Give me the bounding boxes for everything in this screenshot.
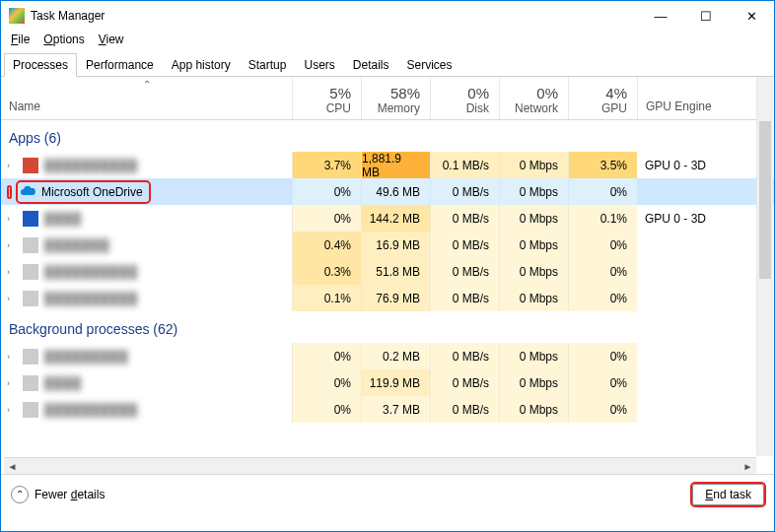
cell-memory: 49.6 MB: [361, 178, 430, 205]
tab-users[interactable]: Users: [295, 53, 343, 77]
col-cpu[interactable]: 5% CPU: [292, 77, 361, 119]
cell-gpu-engine: [637, 369, 774, 396]
tab-startup[interactable]: Startup: [240, 53, 296, 77]
process-name-redacted: ███████: [44, 238, 110, 252]
app-icon: [9, 8, 25, 24]
expand-icon[interactable]: ›: [7, 185, 12, 199]
app-icon: [23, 375, 38, 391]
cell-gpu: 0%: [568, 232, 637, 258]
process-row[interactable]: › ████ 0% 119.9 MB 0 MB/s 0 Mbps 0%: [1, 369, 774, 396]
process-row[interactable]: › Microsoft OneDrive 0% 49.6 MB 0 MB/s 0…: [1, 178, 774, 205]
chevron-up-icon: ⌃: [11, 486, 29, 503]
cell-gpu-engine: [637, 343, 774, 369]
col-gpu-engine[interactable]: GPU Engine: [637, 77, 774, 119]
cell-disk: 0 MB/s: [430, 343, 499, 369]
cell-memory: 119.9 MB: [361, 369, 430, 396]
cell-network: 0 Mbps: [499, 152, 568, 178]
process-row[interactable]: › ██████████ 0% 3.7 MB 0 MB/s 0 Mbps 0%: [1, 396, 774, 423]
process-row[interactable]: › ████ 0% 144.2 MB 0 MB/s 0 Mbps 0.1% GP…: [1, 205, 774, 232]
minimize-button[interactable]: —: [638, 1, 683, 31]
expand-icon[interactable]: ›: [7, 214, 17, 224]
network-usage-pct: 0%: [536, 85, 558, 101]
col-cpu-label: CPU: [326, 101, 351, 115]
tab-services[interactable]: Services: [398, 53, 461, 77]
vertical-scrollbar[interactable]: [756, 77, 773, 456]
cell-cpu: 0.4%: [292, 232, 361, 258]
expand-icon[interactable]: ›: [7, 240, 17, 250]
scroll-right-icon[interactable]: ►: [740, 461, 756, 472]
cell-memory: 0.2 MB: [361, 343, 430, 369]
process-row[interactable]: › ██████████ 0.3% 51.8 MB 0 MB/s 0 Mbps …: [1, 258, 774, 285]
expand-icon[interactable]: ›: [7, 352, 17, 362]
process-name-redacted: █████████: [44, 350, 129, 364]
menu-view[interactable]: View: [99, 33, 124, 46]
title-bar: Task Manager — ☐ ✕: [1, 1, 774, 31]
menu-options[interactable]: Options: [43, 33, 84, 46]
app-icon: [23, 349, 38, 365]
app-icon: [23, 402, 38, 418]
expand-icon[interactable]: ›: [7, 294, 17, 303]
fewer-details-button[interactable]: ⌃ Fewer details: [11, 486, 105, 503]
category-apps[interactable]: Apps (6): [1, 120, 774, 152]
process-row[interactable]: › ███████ 0.4% 16.9 MB 0 MB/s 0 Mbps 0%: [1, 232, 774, 258]
cell-gpu-engine: GPU 0 - 3D: [637, 205, 774, 232]
process-name-redacted: ██████████: [44, 159, 138, 172]
process-name-redacted: ██████████: [44, 292, 138, 305]
app-icon: [23, 158, 38, 173]
app-icon: [23, 237, 38, 253]
cell-cpu: 0%: [292, 178, 361, 205]
maximize-button[interactable]: ☐: [683, 1, 729, 31]
scrollbar-thumb[interactable]: [759, 121, 771, 279]
cell-memory: 51.8 MB: [361, 258, 430, 285]
expand-icon[interactable]: ›: [7, 405, 17, 415]
process-row[interactable]: › █████████ 0% 0.2 MB 0 MB/s 0 Mbps 0%: [1, 343, 774, 369]
tab-app-history[interactable]: App history: [163, 53, 240, 77]
cell-disk: 0 MB/s: [430, 285, 499, 311]
menu-file[interactable]: File: [11, 33, 30, 46]
cell-cpu: 0.3%: [292, 258, 361, 285]
cell-gpu: 0%: [568, 396, 637, 423]
cell-cpu: 0%: [292, 205, 361, 232]
process-row[interactable]: › ██████████ 3.7% 1,881.9 MB 0.1 MB/s 0 …: [1, 152, 774, 178]
gpu-usage-pct: 4%: [605, 85, 627, 101]
expand-icon[interactable]: ›: [7, 161, 17, 170]
cell-gpu: 3.5%: [568, 152, 637, 178]
cell-memory: 144.2 MB: [361, 205, 430, 232]
table-header-row: ⌃ Name 5% CPU 58% Memory 0% Disk 0% Netw…: [1, 77, 774, 120]
cell-network: 0 Mbps: [499, 178, 568, 205]
tab-processes[interactable]: Processes: [4, 53, 77, 77]
col-network[interactable]: 0% Network: [499, 77, 568, 119]
memory-usage-pct: 58%: [390, 85, 420, 101]
window-controls: — ☐ ✕: [638, 1, 774, 31]
cell-network: 0 Mbps: [499, 396, 568, 423]
app-icon: [23, 211, 38, 227]
end-task-button[interactable]: End task: [692, 484, 764, 505]
process-row[interactable]: › ██████████ 0.1% 76.9 MB 0 MB/s 0 Mbps …: [1, 285, 774, 311]
tab-details[interactable]: Details: [344, 53, 398, 77]
app-icon: [23, 264, 38, 280]
col-memory-label: Memory: [378, 101, 420, 115]
expand-icon[interactable]: ›: [7, 378, 17, 388]
tab-performance[interactable]: Performance: [77, 53, 163, 77]
horizontal-scrollbar[interactable]: ◄ ►: [4, 457, 756, 474]
cell-network: 0 Mbps: [499, 343, 568, 369]
col-name[interactable]: ⌃ Name: [1, 77, 292, 119]
close-button[interactable]: ✕: [729, 1, 774, 31]
col-memory[interactable]: 58% Memory: [361, 77, 430, 119]
col-disk-label: Disk: [466, 101, 489, 115]
process-table: ⌃ Name 5% CPU 58% Memory 0% Disk 0% Netw…: [1, 77, 774, 474]
cell-gpu: 0%: [568, 285, 637, 311]
process-name-redacted: ██████████: [44, 403, 138, 417]
cell-disk: 0.1 MB/s: [430, 152, 499, 178]
col-gpu[interactable]: 4% GPU: [568, 77, 637, 119]
expand-icon[interactable]: ›: [7, 267, 17, 277]
category-background[interactable]: Background processes (62): [1, 311, 774, 343]
scroll-left-icon[interactable]: ◄: [4, 461, 21, 472]
cell-disk: 0 MB/s: [430, 258, 499, 285]
cell-gpu: 0%: [568, 343, 637, 369]
col-disk[interactable]: 0% Disk: [430, 77, 499, 119]
process-name-redacted: ████: [44, 212, 82, 226]
cell-gpu: 0.1%: [568, 205, 637, 232]
col-gpu-label: GPU: [601, 101, 627, 115]
cell-gpu-engine: [637, 232, 774, 258]
